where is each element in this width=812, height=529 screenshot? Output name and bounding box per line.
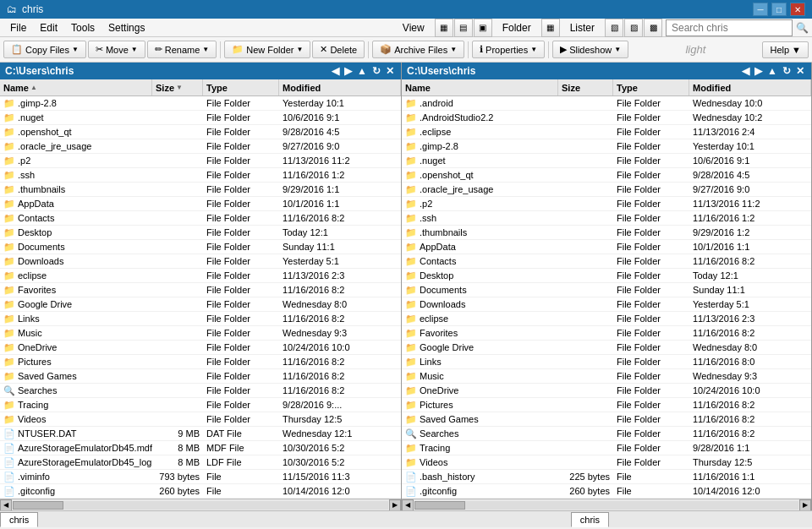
table-row[interactable]: 📁.openshot_qtFile Folder9/28/2016 4:5 (0, 125, 401, 139)
folder-view-btn[interactable]: ▦ (541, 19, 560, 37)
table-row[interactable]: 📁LinksFile Folder11/16/2016 8:2 (0, 312, 401, 326)
lister-btn-2[interactable]: ▨ (624, 19, 643, 37)
left-hscroll[interactable]: ◀ ▶ (0, 499, 401, 510)
left-nav-refresh[interactable]: ↻ (370, 65, 382, 77)
table-row[interactable]: 📁.openshot_qtFile Folder9/28/2016 4:5 (402, 168, 811, 183)
table-row[interactable]: 📁FavoritesFile Folder11/16/2016 8:2 (402, 326, 811, 341)
table-row[interactable]: 📄AzureStorageEmulatorDb45.mdf8 MBMDF Fil… (0, 441, 401, 455)
left-nav-forward[interactable]: ▶ (343, 65, 354, 77)
delete-button[interactable]: ✕ Delete (312, 41, 365, 58)
search-input[interactable] (666, 19, 793, 36)
table-row[interactable]: 📁AppDataFile Folder10/1/2016 1:1 (0, 197, 401, 211)
table-row[interactable]: 📁AppDataFile Folder10/1/2016 1:1 (402, 240, 811, 254)
properties-button[interactable]: ℹ Properties ▼ (472, 41, 545, 58)
table-row[interactable]: 📁.oracle_jre_usageFile Folder9/27/2016 9… (402, 183, 811, 197)
right-pane-close[interactable]: ✕ (794, 65, 806, 77)
table-row[interactable]: 📁.gimp-2.8File FolderYesterday 10:1 (0, 96, 401, 111)
table-row[interactable]: 📁ContactsFile Folder11/16/2016 8:2 (402, 254, 811, 269)
menu-folder[interactable]: Folder (496, 20, 538, 35)
table-row[interactable]: 📁DownloadsFile FolderYesterday 5:1 (0, 254, 401, 269)
menu-file[interactable]: File (3, 20, 33, 35)
view-btn-1[interactable]: ▦ (435, 19, 453, 37)
table-row[interactable]: 📁FavoritesFile Folder11/16/2016 8:2 (0, 283, 401, 297)
table-row[interactable]: 📁Saved GamesFile Folder11/16/2016 8:2 (0, 369, 401, 384)
left-hscroll-thumb[interactable] (13, 501, 63, 510)
left-nav-up[interactable]: ▲ (355, 65, 369, 77)
table-row[interactable]: 📁DocumentsFile FolderSunday 11:1 (402, 283, 811, 297)
right-hscroll-track[interactable] (414, 501, 798, 510)
table-row[interactable]: 📄AzureStorageEmulatorDb45_log.ldf8 MBLDF… (0, 455, 401, 470)
table-row[interactable]: 📁MusicFile FolderWednesday 9:3 (0, 326, 401, 341)
table-row[interactable]: 📁.thumbnailsFile Folder9/29/2016 1:2 (402, 226, 811, 240)
right-col-modified[interactable]: Modified (689, 79, 811, 95)
table-row[interactable]: 📁DocumentsFile FolderSunday 11:1 (0, 240, 401, 254)
table-row[interactable]: 📄.gitconfig260 bytesFile10/14/2016 12:0 (402, 484, 811, 499)
table-row[interactable]: 📁TracingFile Folder9/28/2016 1:1 (402, 441, 811, 455)
lister-btn-1[interactable]: ▧ (605, 19, 623, 37)
table-row[interactable]: 📁MusicFile FolderWednesday 9:3 (402, 369, 811, 384)
right-nav-back[interactable]: ◀ (740, 65, 751, 77)
table-row[interactable]: 📁.eclipseFile Folder11/13/2016 2:4 (402, 125, 811, 139)
table-row[interactable]: 📁.AndroidStudio2.2File FolderWednesday 1… (402, 111, 811, 125)
table-row[interactable]: 📁.nugetFile Folder10/6/2016 9:1 (0, 111, 401, 125)
table-row[interactable]: 📁PicturesFile Folder11/16/2016 8:2 (0, 355, 401, 369)
table-row[interactable]: 🔍SearchesFile Folder11/16/2016 8:2 (402, 427, 811, 441)
right-hscroll-right[interactable]: ▶ (799, 499, 811, 511)
table-row[interactable]: 📁DesktopFile FolderToday 12:1 (402, 269, 811, 283)
right-col-size[interactable]: Size (558, 79, 613, 95)
table-row[interactable]: 📁.sshFile Folder11/16/2016 1:2 (0, 168, 401, 183)
right-col-type[interactable]: Type (613, 79, 689, 95)
right-hscroll-left[interactable]: ◀ (402, 499, 414, 511)
table-row[interactable]: 📁PicturesFile Folder11/16/2016 8:2 (402, 398, 811, 412)
menu-lister[interactable]: Lister (563, 20, 601, 35)
view-btn-2[interactable]: ▤ (454, 19, 473, 37)
table-row[interactable]: 📁eclipseFile Folder11/13/2016 2:3 (402, 312, 811, 326)
table-row[interactable]: 📁Saved GamesFile Folder11/16/2016 8:2 (402, 412, 811, 427)
lister-btn-3[interactable]: ▩ (644, 19, 662, 37)
archive-files-button[interactable]: 📦 Archive Files ▼ (372, 41, 464, 58)
maximize-button[interactable]: □ (771, 3, 787, 16)
table-row[interactable]: 📄.gitconfig260 bytesFile10/14/2016 12:0 (0, 484, 401, 499)
table-row[interactable]: 📁.sshFile Folder11/16/2016 1:2 (402, 211, 811, 226)
right-col-name[interactable]: Name (402, 79, 558, 95)
view-btn-3[interactable]: ▣ (474, 19, 492, 37)
left-col-size[interactable]: Size ▼ (152, 79, 203, 95)
right-nav-up[interactable]: ▲ (765, 65, 779, 77)
table-row[interactable]: 📁VideosFile FolderThursday 12:5 (0, 412, 401, 427)
help-button[interactable]: Help ▼ (762, 41, 809, 58)
right-nav-refresh[interactable]: ↻ (781, 65, 793, 77)
table-row[interactable]: 📁.p2File Folder11/13/2016 11:2 (402, 197, 811, 211)
left-col-name[interactable]: Name ▲ (0, 79, 152, 95)
table-row[interactable]: 📁ContactsFile Folder11/16/2016 8:2 (0, 211, 401, 226)
minimize-button[interactable]: ─ (753, 3, 768, 16)
right-hscroll[interactable]: ◀ ▶ (402, 499, 811, 510)
table-row[interactable]: 📁.p2File Folder11/13/2016 11:2 (0, 154, 401, 168)
table-row[interactable]: 📄NTUSER.DAT9 MBDAT FileWednesday 12:1 (0, 427, 401, 441)
right-nav-forward[interactable]: ▶ (753, 65, 764, 77)
menu-settings[interactable]: Settings (102, 20, 151, 35)
table-row[interactable]: 📁TracingFile Folder9/28/2016 9:... (0, 398, 401, 412)
table-row[interactable]: 📁DesktopFile FolderToday 12:1 (0, 226, 401, 240)
table-row[interactable]: 📄.viminfo793 bytesFile11/15/2016 11:3 (0, 470, 401, 484)
table-row[interactable]: 📄.bash_history225 bytesFile11/16/2016 1:… (402, 470, 811, 484)
search-icon[interactable]: 🔍 (796, 22, 809, 34)
table-row[interactable]: 📁OneDriveFile Folder10/24/2016 10:0 (402, 384, 811, 398)
rename-button[interactable]: ✏ Rename ▼ (147, 41, 217, 58)
menu-view[interactable]: View (396, 20, 431, 35)
left-nav-back[interactable]: ◀ (330, 65, 341, 77)
table-row[interactable]: 📁.nugetFile Folder10/6/2016 9:1 (402, 154, 811, 168)
close-button[interactable]: ✕ (790, 3, 805, 16)
slideshow-button[interactable]: ▶ Slideshow ▼ (552, 41, 628, 58)
table-row[interactable]: 🔍SearchesFile Folder11/16/2016 8:2 (0, 384, 401, 398)
left-hscroll-right[interactable]: ▶ (389, 499, 401, 511)
left-hscroll-left[interactable]: ◀ (0, 499, 12, 511)
left-col-type[interactable]: Type (203, 79, 279, 95)
left-hscroll-track[interactable] (13, 501, 388, 510)
table-row[interactable]: 📁Google DriveFile FolderWednesday 8:0 (402, 341, 811, 355)
table-row[interactable]: 📁Google DriveFile FolderWednesday 8:0 (0, 297, 401, 312)
new-folder-button[interactable]: 📁 New Folder ▼ (224, 41, 310, 58)
left-col-modified[interactable]: Modified (279, 79, 401, 95)
table-row[interactable]: 📁.gimp-2.8File FolderYesterday 10:1 (402, 139, 811, 154)
table-row[interactable]: 📁DownloadsFile FolderYesterday 5:1 (402, 297, 811, 312)
tab-right-chris[interactable]: chris (571, 512, 609, 527)
